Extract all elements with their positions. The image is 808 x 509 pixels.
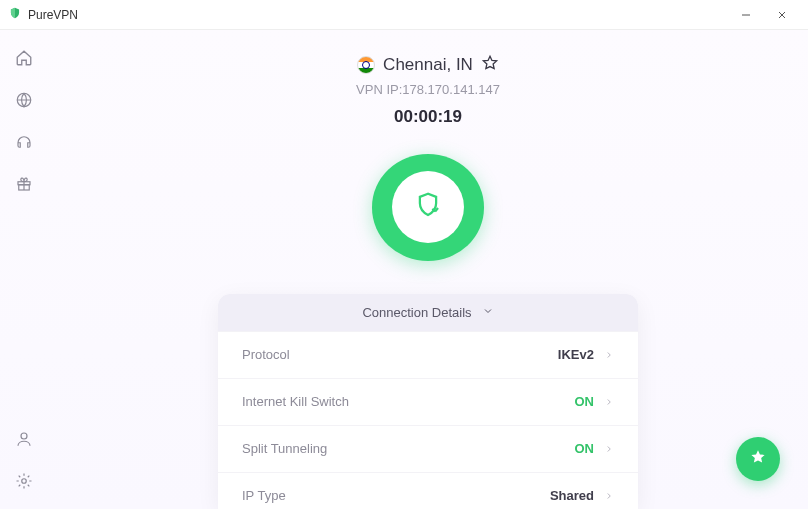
headset-icon[interactable] [14, 132, 34, 152]
detail-row-ip-type[interactable]: IP Type Shared [218, 472, 638, 510]
detail-value: ON [575, 441, 595, 456]
feedback-fab-button[interactable] [736, 437, 780, 481]
detail-label: Internet Kill Switch [242, 394, 349, 409]
gift-icon[interactable] [14, 174, 34, 194]
detail-value: ON [575, 394, 595, 409]
location-name: Chennai, IN [383, 55, 473, 75]
detail-row-split-tunneling[interactable]: Split Tunneling ON [218, 425, 638, 472]
main-content: Chennai, IN VPN IP:178.170.141.147 00:00… [48, 30, 808, 509]
connection-details-header[interactable]: Connection Details [218, 294, 638, 331]
vpn-ip-label: VPN IP:178.170.141.147 [356, 82, 500, 97]
connect-button-wrap [363, 145, 493, 270]
chevron-right-icon [604, 487, 614, 505]
minimize-button[interactable] [728, 2, 764, 28]
app-body: Chennai, IN VPN IP:178.170.141.147 00:00… [0, 30, 808, 509]
connect-button[interactable] [372, 154, 484, 261]
titlebar: PureVPN [0, 0, 808, 30]
star-filled-icon [749, 448, 767, 470]
chevron-right-icon [604, 346, 614, 364]
detail-label: Split Tunneling [242, 441, 327, 456]
detail-label: Protocol [242, 347, 290, 362]
detail-row-protocol[interactable]: Protocol IKEv2 [218, 331, 638, 378]
sidebar [0, 30, 48, 509]
connect-button-inner [392, 171, 464, 243]
gear-icon[interactable] [14, 471, 34, 491]
user-icon[interactable] [14, 429, 34, 449]
app-name: PureVPN [28, 8, 78, 22]
svg-point-6 [21, 433, 27, 439]
chevron-down-icon [482, 305, 494, 320]
detail-value: IKEv2 [558, 347, 594, 362]
chevron-right-icon [604, 440, 614, 458]
globe-icon[interactable] [14, 90, 34, 110]
connection-details-panel: Connection Details Protocol IKEv2 Intern… [218, 294, 638, 510]
chevron-right-icon [604, 393, 614, 411]
connection-details-title: Connection Details [362, 305, 471, 320]
connection-timer: 00:00:19 [394, 107, 462, 127]
location-row[interactable]: Chennai, IN [357, 54, 499, 76]
home-icon[interactable] [14, 48, 34, 68]
close-button[interactable] [764, 2, 800, 28]
app-logo-icon [8, 6, 22, 24]
svg-point-7 [22, 479, 27, 484]
shield-check-icon [413, 190, 443, 224]
detail-value: Shared [550, 488, 594, 503]
detail-row-kill-switch[interactable]: Internet Kill Switch ON [218, 378, 638, 425]
flag-icon [357, 56, 375, 74]
favorite-star-icon[interactable] [481, 54, 499, 76]
detail-label: IP Type [242, 488, 286, 503]
